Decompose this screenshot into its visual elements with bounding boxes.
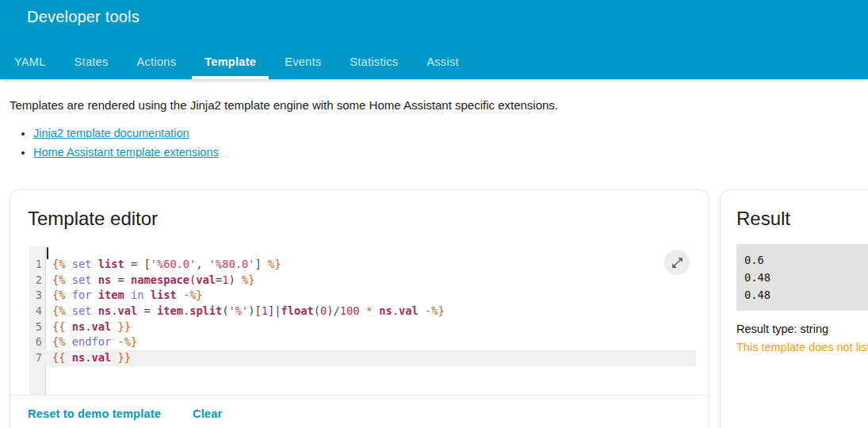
- line-number: 7: [29, 350, 46, 366]
- line-number: 3: [29, 288, 46, 304]
- doc-link[interactable]: Home Assistant template extensions: [33, 146, 219, 159]
- code-line[interactable]: 3{% for item in list -%}: [29, 288, 696, 304]
- documentation-links: Jinja2 template documentationHome Assist…: [10, 124, 219, 162]
- clear-button[interactable]: Clear: [193, 401, 222, 426]
- code-line[interactable]: 7{{ ns.val }}: [29, 350, 696, 366]
- template-editor-title: Template editor: [28, 208, 158, 230]
- code-line[interactable]: 2{% set ns = namespace(val=1) %}: [29, 273, 696, 289]
- line-number: 5: [29, 319, 46, 335]
- open-in-full-icon: [671, 256, 684, 269]
- template-code-editor[interactable]: 1{% set list = ['%60.0', '%80.0'] %}2{% …: [29, 246, 696, 395]
- template-editor-card: Template editor 1{% set list = ['%60.0',…: [10, 189, 709, 428]
- editor-actions: Reset to demo template Clear: [28, 401, 254, 426]
- page-title: Developer tools: [27, 8, 140, 26]
- code-line[interactable]: 1{% set list = ['%60.0', '%80.0'] %}: [29, 257, 696, 273]
- result-output-line: 0.48: [744, 269, 868, 286]
- result-output-line: 0.6: [744, 251, 868, 269]
- editor-code-lines: 1{% set list = ['%60.0', '%80.0'] %}2{% …: [29, 246, 696, 366]
- code-line-text: {% set list = ['%60.0', '%80.0'] %}: [46, 257, 281, 273]
- code-line-text: {% for item in list -%}: [46, 288, 203, 304]
- reset-demo-template-button[interactable]: Reset to demo template: [28, 401, 161, 426]
- doc-link[interactable]: Jinja2 template documentation: [33, 127, 189, 139]
- code-line-text: {{ ns.val }}: [46, 319, 131, 335]
- code-line[interactable]: 5{{ ns.val }}: [29, 319, 696, 335]
- line-number: 4: [29, 304, 46, 319]
- intro-text: Templates are rendered using the Jinja2 …: [10, 98, 558, 112]
- developer-tools-tabbar: YAMLStatesActionsTemplateEventsStatistic…: [0, 44, 868, 79]
- result-warning-text: This template does not listen for any ev…: [736, 341, 868, 353]
- code-line[interactable]: 4{% set ns.val = item.split('%')[1]|floa…: [29, 304, 696, 319]
- result-output: 0.60.480.48: [736, 244, 868, 311]
- line-number: 2: [29, 273, 46, 289]
- code-line-text: {% set ns.val = item.split('%')[1]|float…: [46, 304, 445, 319]
- text-cursor: [47, 247, 48, 259]
- doc-link-item: Jinja2 template documentation: [33, 124, 219, 143]
- tab-events[interactable]: Events: [270, 44, 335, 79]
- expand-editor-button[interactable]: [664, 250, 690, 275]
- app-header: Developer tools YAMLStatesActionsTemplat…: [0, 0, 868, 79]
- tab-template[interactable]: Template: [190, 44, 270, 79]
- code-line-text: {% endfor -%}: [46, 334, 137, 350]
- tab-assist[interactable]: Assist: [412, 44, 472, 79]
- code-line-text: {% set ns = namespace(val=1) %}: [46, 273, 255, 289]
- tab-statistics[interactable]: Statistics: [335, 44, 412, 79]
- line-number: 6: [29, 334, 46, 350]
- tab-states[interactable]: States: [60, 44, 123, 79]
- tab-yaml[interactable]: YAML: [0, 44, 60, 79]
- line-number: 1: [29, 257, 46, 273]
- tab-actions[interactable]: Actions: [123, 44, 191, 79]
- result-card: Result 0.60.480.48 Result type: string T…: [720, 189, 868, 428]
- card-divider: [10, 395, 709, 396]
- result-type-text: Result type: string: [736, 323, 828, 335]
- result-output-line: 0.48: [744, 286, 868, 304]
- code-line-text: {{ ns.val }}: [46, 350, 131, 366]
- result-title: Result: [736, 208, 790, 230]
- doc-link-item: Home Assistant template extensions: [33, 143, 219, 162]
- code-line[interactable]: 6{% endfor -%}: [29, 334, 696, 350]
